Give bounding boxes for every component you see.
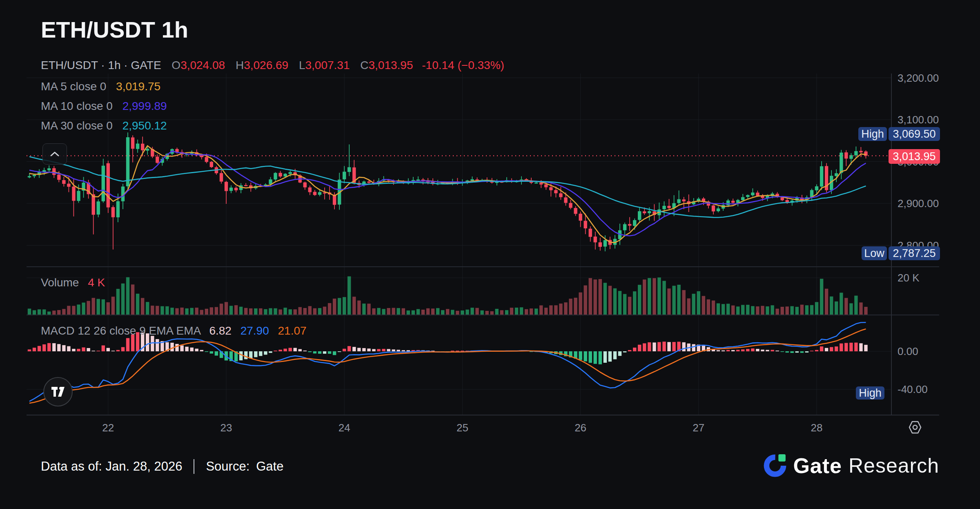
close-value: 3,013.95: [369, 59, 413, 71]
symbol-info-bar[interactable]: ETH/USDT · 1h · GATE O3,024.08 H3,026.69…: [41, 59, 504, 72]
ma5-legend[interactable]: MA 5 close 0 3,019.75: [41, 80, 160, 93]
tradingview-icon: [51, 386, 65, 397]
price-axis-labels: 3,200.003,100.003,000.002,900.002,800.00…: [898, 72, 939, 396]
svg-text:27: 27: [693, 422, 704, 434]
chevron-up-icon: [50, 151, 60, 157]
symbol-label: ETH/USDT · 1h · GATE: [41, 59, 161, 71]
ma5-label: MA 5 close 0: [41, 80, 106, 93]
svg-text:2,900.00: 2,900.00: [898, 197, 939, 210]
macd-label: MACD 12 26 close 9 EMA EMA: [41, 324, 200, 337]
volume-legend[interactable]: Volume 4 K: [41, 276, 105, 289]
svg-text:23: 23: [220, 422, 232, 434]
close-label: C: [360, 59, 368, 71]
ma-lines-layer: [29, 146, 866, 243]
svg-text:3,200.00: 3,200.00: [898, 72, 939, 84]
gear-icon: [906, 419, 924, 435]
svg-text:24: 24: [339, 422, 350, 434]
svg-text:25: 25: [457, 422, 468, 434]
footer-meta: Data as of: Jan. 28, 2026 Source: Gate: [41, 459, 283, 474]
svg-text:22: 22: [102, 422, 114, 434]
svg-text:-40.00: -40.00: [898, 383, 928, 395]
ma10-legend[interactable]: MA 10 close 0 2,999.89: [41, 100, 167, 113]
footer-divider: [194, 459, 194, 474]
low-badge-value: 2,787.25: [889, 246, 940, 260]
change-value: -10.14 (−0.33%): [422, 59, 504, 71]
low-badge-label: Low: [862, 246, 887, 260]
high-badge-label: High: [858, 127, 887, 141]
last-price-badge: 3,013.95: [889, 149, 940, 164]
open-value: 3,024.08: [180, 59, 225, 71]
ma10-value: 2,999.89: [122, 100, 167, 112]
low-label: L: [299, 59, 305, 71]
gate-logo-text: Gate: [793, 453, 842, 478]
research-logo-text: Research: [849, 454, 939, 478]
volume-value: 4 K: [88, 276, 105, 289]
gate-research-logo[interactable]: Gate Research: [763, 453, 939, 478]
macd-high-badge: High: [856, 386, 884, 400]
ma30-legend[interactable]: MA 30 close 0 2,950.12: [41, 119, 167, 132]
volume-label: Volume: [41, 276, 79, 289]
tradingview-logo[interactable]: [43, 377, 73, 406]
high-badge-value: 3,069.50: [889, 127, 940, 141]
open-label: O: [172, 59, 180, 71]
page-title: ETH/USDT 1h: [41, 16, 188, 43]
source-label: Source:: [206, 459, 249, 474]
high-value: 3,026.69: [244, 59, 288, 71]
macd-legend[interactable]: MACD 12 26 close 9 EMA EMA 6.82 27.90 21…: [41, 324, 307, 337]
svg-text:26: 26: [575, 422, 586, 434]
svg-text:20 K: 20 K: [898, 272, 920, 284]
axis-settings-button[interactable]: [906, 419, 924, 435]
macd-hist-value: 6.82: [209, 324, 232, 337]
svg-text:3,100.00: 3,100.00: [898, 114, 939, 126]
data-as-of-text: Data as of: Jan. 28, 2026: [41, 459, 182, 474]
source-value: Gate: [256, 459, 283, 474]
gate-logo-icon: [763, 453, 787, 478]
volume-bars-layer: [28, 277, 868, 315]
collapse-pane-button[interactable]: [42, 143, 67, 165]
macd-signal-value: 21.07: [278, 324, 307, 337]
svg-text:0.00: 0.00: [898, 345, 918, 357]
price-chart-canvas: 3,200.003,100.003,000.002,900.002,800.00…: [0, 0, 980, 509]
time-axis-labels: 22232425262728: [102, 422, 822, 434]
ma30-label: MA 30 close 0: [41, 119, 113, 132]
high-label: H: [236, 59, 244, 71]
low-value: 3,007.31: [305, 59, 350, 71]
macd-line-value: 27.90: [241, 324, 269, 337]
ma10-label: MA 10 close 0: [41, 100, 113, 112]
ma5-value: 3,019.75: [116, 80, 160, 93]
chart-page: 3,200.003,100.003,000.002,900.002,800.00…: [0, 0, 980, 509]
ma30-value: 2,950.12: [122, 119, 167, 132]
svg-text:28: 28: [811, 422, 823, 434]
